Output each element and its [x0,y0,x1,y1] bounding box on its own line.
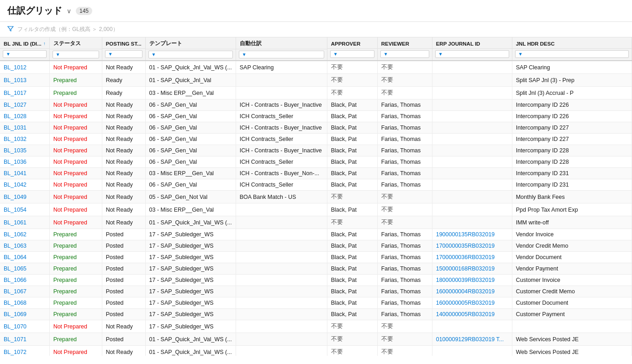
cell-id[interactable]: BL_1035 [0,145,49,156]
table-row[interactable]: BL_1066 Prepared Posted 17 - SAP_Subledg… [0,275,632,286]
table-row[interactable]: BL_1017 Prepared Ready 03 - Misc ERP__Ge… [0,87,632,99]
cell-id[interactable]: BL_1049 [0,191,49,203]
status-badge: Not Prepared [53,147,87,154]
filter-icon[interactable] [7,26,14,33]
filter-btn-status[interactable]: ▼ [53,51,99,58]
journal-id-link[interactable]: BL_1068 [4,300,26,306]
journal-id-link[interactable]: BL_1027 [4,102,26,108]
cell-id[interactable]: BL_1064 [0,252,49,263]
cell-id[interactable]: BL_1061 [0,216,49,229]
cell-id[interactable]: BL_1041 [0,168,49,179]
journal-id-link[interactable]: BL_1066 [4,277,26,283]
journal-id-link[interactable]: BL_1071 [4,336,26,343]
table-row[interactable]: BL_1041 Not Prepared Not Ready 03 - Misc… [0,168,632,179]
journal-id-link[interactable]: BL_1065 [4,265,26,272]
journal-id-link[interactable]: BL_1072 [4,349,26,355]
journal-id-link[interactable]: BL_1062 [4,231,26,238]
cell-id[interactable]: BL_1031 [0,122,49,134]
journal-id-link[interactable]: BL_1032 [4,136,26,142]
cell-id[interactable]: BL_1054 [0,203,49,216]
filter-btn-approver[interactable]: ▼ [330,50,374,58]
cell-id[interactable]: BL_1066 [0,275,49,286]
cell-id[interactable]: BL_1017 [0,87,49,99]
journal-id-link[interactable]: BL_1063 [4,243,26,249]
table-row[interactable]: BL_1069 Prepared Posted 17 - SAP_Subledg… [0,309,632,320]
filter-btn-desc[interactable]: ▼ [515,50,629,58]
cell-id[interactable]: BL_1069 [0,309,49,320]
status-badge: Prepared [53,90,77,96]
journal-id-link[interactable]: BL_1028 [4,113,26,120]
journal-id-link[interactable]: BL_1031 [4,125,26,131]
table-row[interactable]: BL_1032 Not Prepared Not Ready 06 - SAP_… [0,134,632,145]
cell-id[interactable]: BL_1036 [0,156,49,168]
journal-id-link[interactable]: BL_1067 [4,288,26,295]
table-row[interactable]: BL_1031 Not Prepared Not Ready 06 - SAP_… [0,122,632,134]
chevron-icon[interactable]: ∨ [67,7,71,15]
cell-id[interactable]: BL_1063 [0,240,49,252]
filter-btn-template[interactable]: ▼ [148,51,233,58]
table-row[interactable]: BL_1012 Not Prepared Not Ready 01 - SAP_… [0,61,632,74]
filter-btn-erpid[interactable]: ▼ [435,50,509,58]
filter-placeholder[interactable]: フィルタの作成（例：GL残高 ＞ 2,000） [17,26,118,33]
status-badge: Not Prepared [53,64,87,71]
table-row[interactable]: BL_1035 Not Prepared Not Ready 06 - SAP_… [0,145,632,156]
journal-id-link[interactable]: BL_1035 [4,147,26,154]
cell-id[interactable]: BL_1012 [0,61,49,74]
cell-id[interactable]: BL_1067 [0,286,49,297]
journal-id-link[interactable]: BL_1042 [4,182,26,188]
cell-desc: Vendor Credit Memo [512,240,632,252]
cell-id[interactable]: BL_1028 [0,111,49,122]
cell-id[interactable]: BL_1042 [0,179,49,191]
cell-id[interactable]: BL_1013 [0,74,49,87]
table-row[interactable]: BL_1049 Not Prepared Not Ready 05 - SAP_… [0,191,632,203]
table-row[interactable]: BL_1065 Prepared Posted 17 - SAP_Subledg… [0,263,632,275]
cell-reviewer: 不要 [377,61,432,74]
filter-btn-auto[interactable]: ▼ [239,51,324,58]
cell-id[interactable]: BL_1065 [0,263,49,275]
journal-id-link[interactable]: BL_1012 [4,64,26,71]
table-row[interactable]: BL_1036 Not Prepared Not Ready 06 - SAP_… [0,156,632,168]
cell-id[interactable]: BL_1070 [0,320,49,333]
cell-approver: Black, Pat [327,286,377,297]
journal-id-link[interactable]: BL_1049 [4,194,26,200]
table-row[interactable]: BL_1013 Prepared Ready 01 - SAP_Quick_Jn… [0,74,632,87]
table-row[interactable]: BL_1064 Prepared Posted 17 - SAP_Subledg… [0,252,632,263]
table-row[interactable]: BL_1042 Not Prepared Not Ready 06 - SAP_… [0,179,632,191]
journal-id-link[interactable]: BL_1054 [4,207,26,213]
filter-btn-reviewer[interactable]: ▼ [380,50,429,58]
journal-id-link[interactable]: BL_1061 [4,219,26,226]
cell-desc: Customer Invoice [512,275,632,286]
cell-id[interactable]: BL_1027 [0,99,49,111]
cell-auto: ICH - Contracts - Buyer_Inactive [236,122,327,134]
sort-icon-id[interactable]: ↑ [43,41,46,46]
table-row[interactable]: BL_1071 Prepared Posted 01 - SAP_Quick_J… [0,333,632,346]
table-row[interactable]: BL_1027 Not Prepared Not Ready 06 - SAP_… [0,99,632,111]
filter-btn-id[interactable]: ▼ [3,50,47,58]
cell-id[interactable]: BL_1071 [0,333,49,346]
journal-id-link[interactable]: BL_1070 [4,323,26,330]
table-row[interactable]: BL_1070 Not Prepared Not Ready 17 - SAP_… [0,320,632,333]
header-row: BL JNL ID (DI... ↑ ▼ ステータス [0,37,632,61]
journal-id-link[interactable]: BL_1069 [4,311,26,317]
table-row[interactable]: BL_1072 Not Prepared Not Ready 01 - SAP_… [0,346,632,356]
cell-id[interactable]: BL_1072 [0,346,49,356]
table-row[interactable]: BL_1062 Prepared Posted 17 - SAP_Subledg… [0,229,632,240]
status-badge: Prepared [53,243,77,249]
journal-id-link[interactable]: BL_1036 [4,159,26,165]
table-row[interactable]: BL_1061 Not Prepared Not Ready 01 - SAP_… [0,216,632,229]
table-row[interactable]: BL_1067 Prepared Posted 17 - SAP_Subledg… [0,286,632,297]
table-row[interactable]: BL_1068 Prepared Posted 17 - SAP_Subledg… [0,297,632,309]
cell-desc: Ppd Prop Tax Amort Exp [512,203,632,216]
filter-btn-posting[interactable]: ▼ [105,50,142,58]
journal-id-link[interactable]: BL_1017 [4,90,26,96]
journal-id-link[interactable]: BL_1064 [4,254,26,260]
cell-id[interactable]: BL_1032 [0,134,49,145]
table-row[interactable]: BL_1054 Not Prepared Not Ready 03 - Misc… [0,203,632,216]
table-row[interactable]: BL_1028 Not Prepared Not Ready 06 - SAP_… [0,111,632,122]
cell-id[interactable]: BL_1068 [0,297,49,309]
journal-id-link[interactable]: BL_1013 [4,77,26,83]
table-row[interactable]: BL_1063 Prepared Posted 17 - SAP_Subledg… [0,240,632,252]
col-label-desc: JNL HDR DESC [516,41,555,47]
journal-id-link[interactable]: BL_1041 [4,170,26,177]
cell-id[interactable]: BL_1062 [0,229,49,240]
